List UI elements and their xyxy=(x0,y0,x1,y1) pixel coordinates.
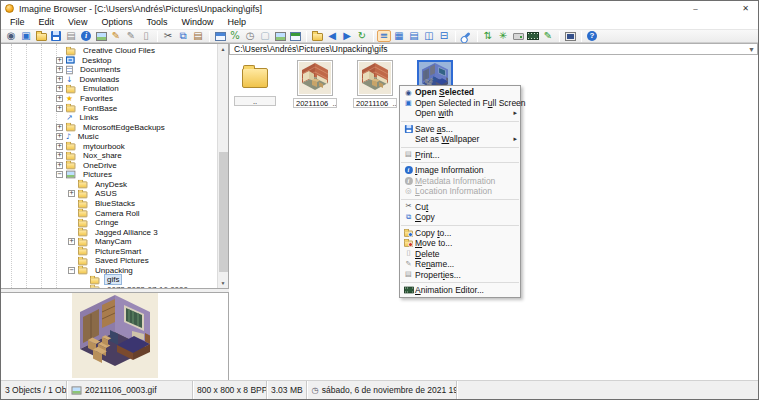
rename-button[interactable]: ✎ xyxy=(124,30,138,42)
folder-up-button[interactable] xyxy=(310,30,324,42)
chart-green-button[interactable]: % xyxy=(228,30,242,42)
menu-item-cu-t[interactable]: ✂Cut xyxy=(400,202,520,213)
copy-drive-button[interactable] xyxy=(511,30,525,42)
layout-pane-h-button[interactable]: ◫ xyxy=(422,30,436,42)
scroll-up-arrow-icon[interactable]: ▲ xyxy=(218,44,228,54)
metadata-icon: i xyxy=(405,177,413,185)
menu-item-re-name[interactable]: ✎Rename... xyxy=(400,259,520,270)
tree-expander-icon[interactable]: + xyxy=(56,152,63,159)
menu-item-propert-ies[interactable]: ▤Properties... xyxy=(400,270,520,281)
thumbnail-parent-folder[interactable]: .. xyxy=(232,60,278,106)
menu-item-set-as-wallpaper[interactable]: Set as Wallpaper▸ xyxy=(400,134,520,145)
window-green-button[interactable] xyxy=(288,30,302,42)
menu-item-image-information[interactable]: iImage Information xyxy=(400,165,520,176)
scroll-down-arrow-icon[interactable]: ▼ xyxy=(218,278,228,288)
tree-expander-icon[interactable]: + xyxy=(56,105,63,112)
layout-pane-v-button[interactable]: ⊟ xyxy=(437,30,451,42)
tree-item-fontbase[interactable]: +FontBase xyxy=(1,103,217,113)
menu-item-open-selected-in-f-ull-screen[interactable]: ▣Open Selected in Full Screen xyxy=(400,98,520,109)
address-dropdown-icon[interactable]: ▼ xyxy=(746,44,757,54)
tree-expander-icon[interactable]: + xyxy=(56,66,63,73)
tree-expander-icon[interactable]: + xyxy=(68,238,75,245)
menubar-item-options[interactable]: Options xyxy=(94,16,139,29)
tree-expander-icon[interactable]: + xyxy=(56,76,63,83)
save-button[interactable] xyxy=(49,30,63,42)
delete-button[interactable]: ▯ xyxy=(139,30,153,42)
image-frame-button[interactable] xyxy=(273,30,287,42)
close-button[interactable]: ✕ xyxy=(733,1,758,16)
paste-button[interactable]: ▤ xyxy=(191,30,205,42)
edit-button[interactable]: ✎ xyxy=(109,30,123,42)
tree-expander-icon[interactable]: − xyxy=(68,267,75,274)
folder-icon xyxy=(78,258,87,265)
minimize-button[interactable]: – xyxy=(683,1,708,16)
edit-page-button[interactable]: ✎ xyxy=(541,30,555,42)
menubar-item-help[interactable]: Help xyxy=(220,16,253,29)
bedroom-thumbnail-art xyxy=(72,292,158,378)
tree-expander-icon[interactable]: + xyxy=(56,133,63,140)
layout-list-button[interactable]: ≡ xyxy=(377,30,391,42)
address-input[interactable]: C:\Users\Andrés\Pictures\Unpacking\gifs xyxy=(230,44,746,54)
clock-button[interactable]: ◷ xyxy=(243,30,257,42)
tree-expander-icon[interactable]: + xyxy=(68,190,75,197)
cut-button[interactable]: ✂ xyxy=(161,30,175,42)
menu-item-print[interactable]: ▤Print... xyxy=(400,150,520,161)
slideshow-screen-button[interactable] xyxy=(563,30,577,42)
cut-icon: ✂ xyxy=(405,203,411,210)
tree-expander-icon[interactable]: − xyxy=(56,171,63,178)
menu-item-animation-editor[interactable]: Animation Editor... xyxy=(400,285,520,296)
refresh-button[interactable]: ↻ xyxy=(355,30,369,42)
view-button[interactable]: ◉ xyxy=(4,30,18,42)
window-blue-button[interactable] xyxy=(213,30,227,42)
menubar-item-file[interactable]: File xyxy=(3,16,32,29)
fullscreen-button[interactable]: ▣ xyxy=(19,30,33,42)
copy-icon: ⧉ xyxy=(406,214,411,221)
gear-green-button[interactable]: ✳ xyxy=(496,30,510,42)
tree-expander-icon[interactable]: + xyxy=(56,162,63,169)
folder-up-icon xyxy=(312,33,323,41)
open-folder-button[interactable] xyxy=(34,30,48,42)
pane-light-button[interactable]: ▢ xyxy=(258,30,272,42)
tree-expander-icon[interactable]: + xyxy=(56,85,63,92)
tree-expander-icon[interactable]: + xyxy=(56,124,63,131)
menu-item-copy[interactable]: ⧉Copy xyxy=(400,212,520,223)
menubar-item-edit[interactable]: Edit xyxy=(32,16,62,29)
menu-item-label: Location Information xyxy=(415,186,517,196)
wrench-button[interactable] xyxy=(459,30,473,42)
image-button[interactable] xyxy=(94,30,108,42)
scroll-thumb[interactable] xyxy=(219,152,228,272)
print-button[interactable]: ▤ xyxy=(64,30,78,42)
info-button[interactable]: i xyxy=(79,30,93,42)
tree-expander-icon[interactable]: + xyxy=(56,57,63,64)
maximize-button[interactable] xyxy=(708,1,733,16)
status-text: 800 x 800 x 8 BPP xyxy=(197,385,267,395)
menubar-item-view[interactable]: View xyxy=(61,16,94,29)
forward-button[interactable]: ▶ xyxy=(340,30,354,42)
help-button[interactable]: ? xyxy=(585,30,599,42)
address-bar[interactable]: C:\Users\Andrés\Pictures\Unpacking\gifs … xyxy=(229,43,758,55)
back-button[interactable]: ◀ xyxy=(325,30,339,42)
menu-item-open-selected[interactable]: ◉Open Selected xyxy=(400,87,520,98)
menubar-item-tools[interactable]: Tools xyxy=(139,16,174,29)
film-capture-button[interactable] xyxy=(526,30,540,42)
layout-grid-button[interactable]: ▦ xyxy=(392,30,406,42)
menu-item-delete[interactable]: ▯Delete xyxy=(400,249,520,260)
folder-icon xyxy=(78,220,87,227)
tree-item-microsoftedgebackups[interactable]: +MicrosoftEdgeBackups xyxy=(1,122,217,132)
thumbnail-item[interactable]: 20211106_... xyxy=(292,60,338,108)
layout-thumbs-button[interactable]: ▤ xyxy=(407,30,421,42)
thumbnail-label: 20211106_... xyxy=(353,98,397,108)
copy-button[interactable]: ⧉ xyxy=(176,30,190,42)
tree-expander-icon[interactable]: + xyxy=(56,95,63,102)
menu-item-label: Copy xyxy=(415,212,517,222)
menu-item-save-as[interactable]: Save as... xyxy=(400,124,520,135)
menubar-item-window[interactable]: Window xyxy=(174,16,220,29)
kitchen-thumbnail-art xyxy=(299,62,331,94)
thumbnail-item[interactable]: 20211106_... xyxy=(352,60,398,108)
menu-item-move-to[interactable]: Move to... xyxy=(400,238,520,249)
menu-item-copy-to[interactable]: Copy to... xyxy=(400,228,520,239)
tree-vertical-scrollbar[interactable]: ▲ ▼ xyxy=(217,44,228,288)
menu-item-open-with[interactable]: Open with▸ xyxy=(400,108,520,119)
tree-expander-icon[interactable]: + xyxy=(56,143,63,150)
convert-green-button[interactable]: ⇅ xyxy=(481,30,495,42)
